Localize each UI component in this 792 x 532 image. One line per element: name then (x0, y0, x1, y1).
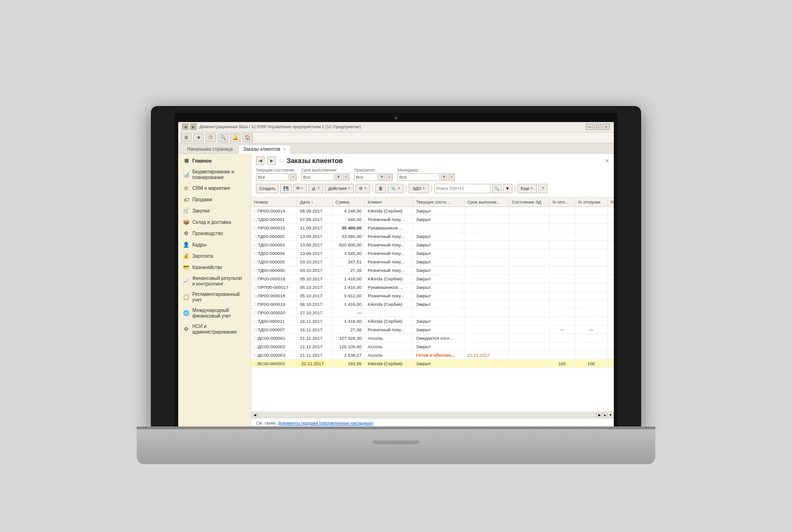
scroll-left-btn[interactable]: ◀ (252, 412, 257, 418)
sidebar-item-regulated[interactable]: 📋 Регламентированный учет (178, 289, 251, 305)
cell-client (365, 308, 413, 317)
filter-priority-clear[interactable]: × (386, 173, 393, 181)
table-row[interactable]: □ДС00-00000321.11.20172 530,27АссольГото… (251, 351, 614, 359)
table-row[interactable]: □ПР00-00001511.09.201735 400,00Рукавишни… (251, 223, 614, 232)
table-row[interactable]: □ТД00-00000107.09.2017640,30Розничный по… (251, 215, 614, 223)
col-sum[interactable]: Сумма (332, 197, 365, 207)
filter-manager-clear[interactable]: × (448, 173, 455, 181)
filter-deadline-dropdown[interactable]: ▼ (335, 173, 342, 181)
forward-icon[interactable]: ▶ (190, 123, 197, 130)
sidebar-item-budget[interactable]: 📊 Бюджетирование и планирование (178, 167, 251, 183)
col-ed[interactable]: Состояние ЭД (509, 197, 549, 207)
print-btn[interactable]: 🖨 ▼ (308, 184, 323, 193)
sidebar-item-sales[interactable]: 🏷 Продажи (178, 194, 251, 205)
doc-forward-btn[interactable]: ▶ (267, 156, 276, 165)
col-status[interactable]: Текущее состо... (413, 197, 464, 207)
settings-btn[interactable]: ⚙ ▼ (355, 184, 370, 193)
apps-icon[interactable]: ⊞ (181, 133, 191, 142)
sidebar-item-finance[interactable]: 📈 Финансовый результат и контроллинг (178, 273, 251, 289)
back-icon[interactable]: ◀ (182, 123, 189, 130)
scroll-up-btn[interactable]: ▲ (602, 412, 608, 418)
notifications-icon[interactable]: 🔔 (230, 133, 240, 142)
table-row[interactable]: □ПР00-00001906.10.20171 416,00Kikinda (С… (251, 300, 614, 308)
history-icon[interactable]: ⏱ (206, 133, 216, 142)
orders-table-wrapper[interactable]: Номер Дата ↓ Сумма Клиент Текущее состо.… (251, 197, 614, 411)
search-btn[interactable]: 🔍 (492, 184, 502, 193)
table-row[interactable]: □ПР00-00001406.09.20174 248,00Kikinda (С… (251, 206, 614, 215)
favorites-icon[interactable]: ★ (193, 133, 204, 142)
maximize-btn[interactable]: □ (594, 123, 602, 130)
titlebar-nav-icons[interactable]: ◀ ▶ (182, 123, 197, 130)
doc-back-btn[interactable]: ◀ (256, 156, 264, 165)
search-toolbar-icon[interactable]: 🔍 (218, 133, 228, 142)
col-deadline[interactable]: Срок выполне... (464, 197, 509, 207)
search-input[interactable] (434, 184, 491, 193)
table-row[interactable]: □ДС00-00000121.11.2017107 826,30АссольОж… (251, 334, 614, 342)
help-btn[interactable]: ? (538, 184, 547, 193)
table-row[interactable]: □ПРП00-00001705.10.20171 416,00Рукавишни… (251, 283, 614, 291)
col-dot[interactable]: % дот (607, 197, 614, 207)
table-row[interactable]: □ТД00-00000413.09.20173 545,40Розничный … (251, 249, 614, 257)
filter-priority-input[interactable] (354, 173, 378, 181)
col-client[interactable]: Клиент (365, 197, 413, 207)
filter-manager-dropdown[interactable]: ▼ (441, 173, 447, 181)
copy-btn[interactable]: ⧉ ▼ (293, 184, 307, 193)
filter-manager-input[interactable] (397, 173, 440, 181)
sidebar-item-production[interactable]: ⚙ Производство (178, 228, 251, 239)
sidebar-item-hr[interactable]: 👤 Кадры (178, 239, 251, 251)
col-date[interactable]: Дата ↓ (297, 197, 332, 207)
sidebar-item-crm[interactable]: © CRM и маркетинг (178, 183, 251, 194)
filter-deadline-clear[interactable]: × (343, 173, 349, 181)
filter-deadline-input[interactable] (301, 173, 334, 181)
table-row[interactable]: □ТД00-00000603.10.201727,36Розничный пок… (251, 266, 614, 274)
hscroll-track[interactable] (257, 413, 596, 417)
table-row[interactable]: □ТД00-00002116.11.20171 416,00Kikinda (С… (251, 317, 614, 325)
sidebar-item-ifrs[interactable]: 🌐 Международный финансовый учет (178, 305, 251, 321)
footer-link[interactable]: Документы продажи (оформленные накладные… (278, 421, 373, 426)
save-btn[interactable]: 💾 (280, 184, 292, 193)
table-row[interactable]: □ПР00-00001805.10.20179 912,00Розничный … (251, 291, 614, 300)
col-otg[interactable]: % отгрузки (575, 197, 607, 207)
cell-otg (575, 300, 607, 308)
cell-ed (509, 359, 549, 368)
table-row[interactable]: □ДС00-00000221.11.2017126 105,60АссольЗа… (251, 342, 614, 351)
sidebar-item-home[interactable]: ⊞ Главное (178, 156, 251, 167)
home-icon[interactable]: 🏠 (242, 133, 253, 142)
minimize-btn[interactable]: — (586, 123, 593, 130)
col-opl[interactable]: % опл... (549, 197, 575, 207)
close-btn[interactable]: × (602, 123, 610, 130)
create-btn[interactable]: Создать (256, 184, 279, 193)
table-row[interactable]: □ТД00-00000213.09.201733 060,00Розничный… (251, 232, 614, 240)
cell-client: Рукавишников ... (365, 283, 413, 291)
edo-btn[interactable]: ЭДО ▼ (409, 184, 429, 193)
delete-btn[interactable]: 🗑 (375, 184, 386, 193)
table-row[interactable]: □ВС00-00000222.11.2017183,95Kikinda (Сер… (251, 359, 614, 368)
scroll-right-btn[interactable]: ▶ (596, 412, 602, 418)
doc-star-icon[interactable]: ☆ (279, 157, 284, 164)
sidebar-item-admin[interactable]: ⚙ НСИ и администрирование (178, 321, 251, 337)
table-row[interactable]: □ТД00-00000716.11.201727,36Розничный пок… (251, 325, 614, 334)
filter-priority-dropdown[interactable]: ▼ (379, 173, 385, 181)
col-num[interactable]: Номер (251, 197, 297, 207)
tab-home[interactable]: Начальная страница (182, 145, 238, 153)
sidebar-item-salary[interactable]: 💰 Зарплата (178, 251, 251, 262)
more-btn[interactable]: Еще ▼ (518, 184, 537, 193)
filter-status-clear[interactable]: × (290, 173, 297, 181)
sidebar-item-purchases[interactable]: 🛒 Закупки (178, 205, 251, 217)
horizontal-scrollbar[interactable]: ◀ ▶ ▲ ▼ (251, 411, 614, 418)
attach-btn[interactable]: 📎 ▼ (388, 184, 404, 193)
filter-status-input[interactable] (256, 173, 289, 181)
actions-btn[interactable]: Действия ▼ (325, 184, 354, 193)
tab-close-icon[interactable]: × (283, 147, 286, 152)
window-controls[interactable]: — □ × (586, 123, 610, 130)
table-row[interactable]: □ТД00-00000503.10.2017347,51Розничный по… (251, 257, 614, 266)
scroll-down-btn[interactable]: ▼ (608, 412, 613, 418)
table-row[interactable]: □ПР00-00002027.10.2017— (251, 308, 614, 317)
sidebar-item-warehouse[interactable]: 📦 Склад и доставка (178, 217, 251, 228)
sidebar-item-treasury[interactable]: 💳 Казначейство (178, 262, 251, 273)
table-row[interactable]: □ПР00-00001605.10.20171 416,00Kikinda (С… (251, 274, 614, 283)
search-options-btn[interactable]: ▼ (503, 184, 512, 193)
table-row[interactable]: □ТД00-00000313.09.2017820 800,00Розничны… (251, 240, 614, 249)
tab-orders[interactable]: Заказы клиентов × (238, 145, 291, 154)
doc-close-btn[interactable]: × (605, 157, 609, 164)
